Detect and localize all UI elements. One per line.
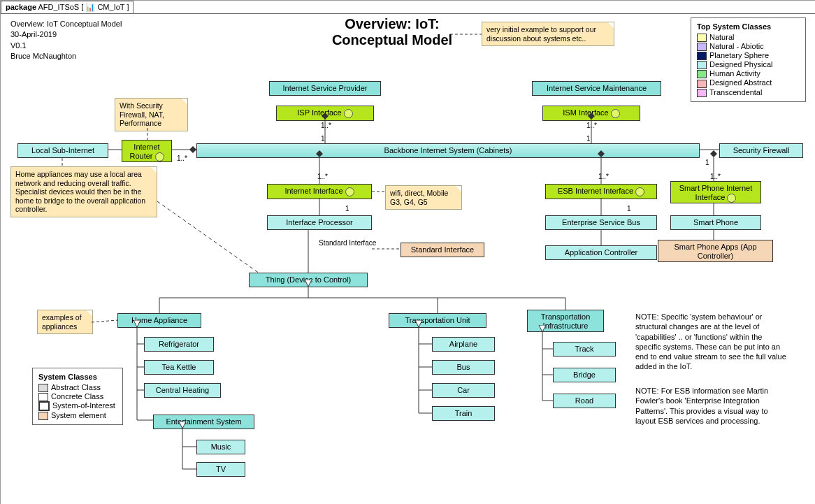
node-entertainment[interactable]: Entertainment System (153, 415, 254, 429)
diagram-title: Overview: IoT: Conceptual Model (301, 16, 483, 48)
node-esb-interface[interactable]: ESB Internet Interface (545, 184, 657, 199)
legend-system-classes: System Classes Abstract Class Concrete C… (32, 368, 123, 425)
node-airplane[interactable]: Airplane (432, 337, 495, 352)
node-interface-processor[interactable]: Interface Processor (267, 215, 372, 230)
node-music[interactable]: Music (196, 440, 245, 454)
meta-author: Bruce McNaughton (10, 51, 122, 62)
port-icon (155, 152, 164, 161)
node-road[interactable]: Road (553, 394, 616, 408)
node-standard-interface[interactable]: Standard Interface (401, 243, 484, 257)
node-train[interactable]: Train (432, 406, 495, 421)
node-thing[interactable]: Thing (Device to Control) (249, 273, 368, 287)
node-refrigerator[interactable]: Refrigerator (144, 337, 214, 352)
node-home-appliance[interactable]: Home Appliance (117, 313, 201, 328)
port-icon (345, 187, 354, 196)
node-isp-interface[interactable]: ISP Interface (276, 106, 374, 121)
node-firewall[interactable]: Security Firewall (719, 143, 803, 158)
node-tv[interactable]: TV (196, 462, 245, 477)
mult: 1 (345, 205, 349, 213)
port-icon (611, 109, 620, 118)
note-appliances: examples of appliances (37, 310, 93, 334)
node-sp-interface[interactable]: Smart Phone Internet Interface (670, 181, 761, 203)
mult: 1..* (321, 122, 331, 129)
node-bus[interactable]: Bus (432, 360, 495, 375)
note-wifi: wifi, direct, Mobile G3, G4, G5 (385, 185, 462, 210)
node-ism-interface[interactable]: ISM Interface (542, 106, 640, 121)
overview-meta: Overview: IoT Conceptual Model 30-April-… (10, 19, 122, 62)
port-icon (635, 187, 644, 196)
node-central-heating[interactable]: Central Heating (144, 383, 221, 398)
node-transport-infra[interactable]: Transportation Infrastructure (527, 310, 604, 332)
note-esb: NOTE: For ESB information see Martin Fow… (635, 386, 789, 426)
node-smart-phone[interactable]: Smart Phone (670, 215, 761, 230)
node-sp-apps[interactable]: Smart Phone Apps (App Controller) (658, 240, 773, 262)
mult: 1 (321, 135, 325, 143)
meta-version: V0.1 (10, 41, 122, 51)
port-icon (727, 194, 736, 203)
package-keyword: package (6, 3, 36, 11)
node-internet-interface[interactable]: Internet Interface (267, 184, 372, 199)
note-lan: Home appliances may use a local area net… (10, 166, 157, 217)
package-sub: CM_IoT (97, 3, 124, 11)
port-icon (344, 109, 353, 118)
node-isp[interactable]: Internet Service Provider (269, 81, 381, 96)
swatch (697, 34, 707, 42)
node-esb[interactable]: Enterprise Service Bus (545, 215, 657, 230)
mult: 1..* (177, 154, 187, 162)
node-track[interactable]: Track (553, 342, 616, 357)
node-car[interactable]: Car (432, 383, 495, 398)
note-router: With Security Firewall, NAT, Performance (115, 98, 188, 131)
node-ism[interactable]: Internet Service Maintenance (532, 81, 661, 96)
label-standard-interface: Standard Interface (319, 239, 376, 247)
legend-top-system-classes: Top System Classes Natural Natural - Abi… (691, 17, 806, 102)
mult: 1 (586, 135, 591, 143)
meta-date: 30-April-2019 (10, 29, 122, 40)
node-local-sub-internet[interactable]: Local Sub-Internet (17, 143, 108, 158)
mult: 1..* (586, 122, 597, 129)
note-initial: very initial example to support our disc… (482, 22, 614, 46)
mult: 1..* (598, 173, 609, 180)
note-behaviour: NOTE: Specific 'system behaviour' or str… (635, 312, 789, 372)
mult: 1..* (317, 173, 328, 180)
node-bridge[interactable]: Bridge (553, 368, 616, 382)
mult: 1 (627, 205, 631, 213)
node-app-controller[interactable]: Application Controller (545, 245, 657, 260)
node-backbone[interactable]: Backbone Internet System (Cabinets) (196, 143, 700, 158)
node-transport-unit[interactable]: Transportation Unit (389, 313, 486, 328)
node-tea-kettle[interactable]: Tea Kettle (144, 360, 214, 375)
diagram-canvas: package AFD_ITSoS [ 📊 CM_IoT ] Overview:… (0, 0, 815, 504)
meta-title: Overview: IoT Conceptual Model (10, 19, 122, 29)
package-tab: package AFD_ITSoS [ 📊 CM_IoT ] (1, 1, 134, 13)
node-internet-router[interactable]: Internet Router (122, 140, 172, 162)
mult: 1 (705, 159, 709, 166)
package-name: AFD_ITSoS (38, 3, 79, 11)
mult: 1..* (710, 173, 721, 180)
